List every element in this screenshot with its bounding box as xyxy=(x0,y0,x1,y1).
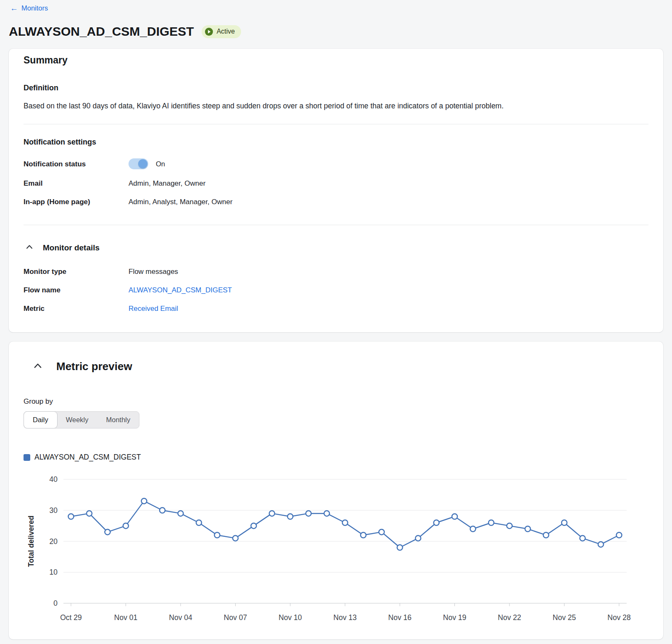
legend-label: ALWAYSON_AD_CSM_DIGEST xyxy=(34,453,141,462)
notification-inapp-row: In-app (Home page) Admin, Analyst, Manag… xyxy=(24,197,648,206)
svg-text:Nov 07: Nov 07 xyxy=(224,613,247,622)
svg-text:20: 20 xyxy=(50,537,58,546)
svg-text:Nov 13: Nov 13 xyxy=(333,613,357,622)
svg-text:0: 0 xyxy=(53,599,58,607)
top-bar: ← Monitors xyxy=(0,0,672,13)
monitor-details-header: Monitor details xyxy=(24,241,648,254)
summary-card: Summary Definition Based on the last 90 … xyxy=(9,49,663,332)
metric-preview-header: Metric preview xyxy=(24,359,648,374)
status-badge-label: Active xyxy=(217,28,235,35)
legend-swatch-icon xyxy=(24,454,30,461)
divider xyxy=(24,124,648,124)
flow-name-row: Flow name ALWAYSON_AD_CSM_DIGEST xyxy=(24,285,648,294)
back-to-monitors-link[interactable]: ← Monitors xyxy=(10,4,48,12)
notification-email-row: Email Admin, Manager, Owner xyxy=(24,179,648,188)
definition-heading: Definition xyxy=(24,84,648,92)
back-arrow-icon: ← xyxy=(10,4,18,12)
chevron-up-icon xyxy=(25,243,34,252)
metric-chart-container: 010203040Oct 29Nov 01Nov 04Nov 07Nov 10N… xyxy=(24,473,633,628)
svg-text:Nov 22: Nov 22 xyxy=(498,613,521,622)
definition-text: Based on the last 90 days of data, Klavi… xyxy=(24,101,648,111)
collapse-metric-preview-button[interactable] xyxy=(31,359,45,374)
group-by-monthly-button[interactable]: Monthly xyxy=(97,412,139,428)
metric-chart: 010203040Oct 29Nov 01Nov 04Nov 07Nov 10N… xyxy=(24,473,633,626)
svg-text:Oct 29: Oct 29 xyxy=(60,613,82,622)
group-by-weekly-button[interactable]: Weekly xyxy=(57,412,97,428)
email-label: Email xyxy=(24,179,129,188)
metric-row: Metric Received Email xyxy=(24,304,648,313)
page-header: ALWAYSON_AD_CSM_DIGEST Active xyxy=(0,24,672,39)
chevron-up-icon xyxy=(33,361,43,372)
svg-text:Nov 25: Nov 25 xyxy=(553,613,576,622)
flow-name-link[interactable]: ALWAYSON_AD_CSM_DIGEST xyxy=(129,285,232,294)
metric-preview-card: Metric preview Group by Daily Weekly Mon… xyxy=(9,342,663,639)
collapse-monitor-details-button[interactable] xyxy=(24,241,35,254)
svg-text:Nov 28: Nov 28 xyxy=(607,613,630,622)
notification-status-toggle[interactable] xyxy=(129,158,148,169)
svg-text:Nov 10: Nov 10 xyxy=(278,613,302,622)
summary-heading: Summary xyxy=(24,55,648,66)
metric-label: Metric xyxy=(24,304,129,313)
svg-text:Nov 16: Nov 16 xyxy=(388,613,411,622)
notification-status-row: Notification status On xyxy=(24,158,648,169)
svg-text:40: 40 xyxy=(50,475,58,484)
notification-settings-heading: Notification settings xyxy=(24,138,648,147)
notification-status-value: On xyxy=(156,160,165,168)
monitor-type-label: Monitor type xyxy=(24,267,129,276)
flow-name-label: Flow name xyxy=(24,285,129,294)
metric-preview-heading: Metric preview xyxy=(56,360,132,373)
toggle-knob xyxy=(138,159,147,168)
monitor-type-row: Monitor type Flow messages xyxy=(24,267,648,276)
svg-text:Nov 04: Nov 04 xyxy=(169,613,192,622)
svg-text:Nov 19: Nov 19 xyxy=(443,613,466,622)
svg-text:30: 30 xyxy=(50,506,58,515)
group-by-segmented-control: Daily Weekly Monthly xyxy=(24,411,139,428)
email-value: Admin, Manager, Owner xyxy=(129,179,205,188)
status-badge: Active xyxy=(202,25,242,38)
notification-status-label: Notification status xyxy=(24,159,129,168)
inapp-value: Admin, Analyst, Manager, Owner xyxy=(129,197,233,206)
svg-text:Total delivered: Total delivered xyxy=(27,516,35,567)
inapp-label: In-app (Home page) xyxy=(24,197,129,206)
chart-legend: ALWAYSON_AD_CSM_DIGEST xyxy=(24,453,648,462)
group-by-daily-button[interactable]: Daily xyxy=(24,412,57,428)
group-by-label: Group by xyxy=(24,397,648,406)
divider xyxy=(24,225,648,225)
svg-text:Nov 01: Nov 01 xyxy=(114,613,137,622)
page-title: ALWAYSON_AD_CSM_DIGEST xyxy=(9,24,194,39)
monitor-type-value: Flow messages xyxy=(129,267,178,276)
metric-link[interactable]: Received Email xyxy=(129,304,178,313)
svg-text:10: 10 xyxy=(50,568,58,577)
back-link-label: Monitors xyxy=(21,4,48,12)
active-play-icon xyxy=(205,28,213,36)
monitor-details-heading: Monitor details xyxy=(43,243,100,252)
